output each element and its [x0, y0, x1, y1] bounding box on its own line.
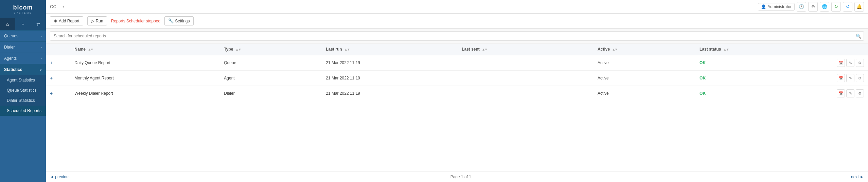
col-header-lastsent[interactable]: Last sent ▲▾ — [458, 44, 594, 55]
topbar-title: CC — [50, 4, 60, 9]
col-header-add — [46, 44, 70, 55]
chevron-down-icon: ∨ — [39, 68, 42, 72]
row-type: Agent — [220, 71, 322, 86]
sort-lastrun-icon: ▲▾ — [344, 48, 349, 51]
row-active: Active — [594, 71, 695, 86]
previous-page-link[interactable]: ◄ previous — [50, 175, 71, 179]
sidebar-item-dialer-statistics[interactable]: Dialer Statistics — [0, 95, 46, 106]
row-add-icon[interactable]: + — [50, 91, 54, 96]
row-edit-icon[interactable]: ✎ — [846, 89, 854, 97]
row-calendar-icon[interactable]: 📅 — [837, 89, 845, 97]
table-body: + Daily Queue Report Queue 21 Mar 2022 1… — [46, 55, 868, 101]
settings-button[interactable]: 🔧 Settings — [164, 16, 193, 25]
chevron-right-icon: › — [41, 34, 42, 38]
nav-dialer-group: Dialer › — [0, 41, 46, 53]
sort-lastsent-icon: ▲▾ — [482, 48, 487, 51]
sidebar-item-queue-statistics[interactable]: Queue Statistics — [0, 85, 46, 95]
col-header-type[interactable]: Type ▲▾ — [220, 44, 322, 55]
sidebar-item-statistics[interactable]: Statistics ∨ — [0, 64, 46, 75]
row-lastsent — [458, 86, 594, 101]
chevron-right-icon: › — [41, 57, 42, 60]
col-header-laststatus[interactable]: Last status ▲▾ — [695, 44, 797, 55]
nav-agents-group: Agents › — [0, 53, 46, 64]
row-name: Daily Queue Report — [70, 55, 220, 71]
scheduler-stopped-label[interactable]: Reports Scheduler stopped — [111, 19, 160, 23]
row-lastrun: 21 Mar 2022 11:19 — [322, 86, 458, 101]
row-lastrun: 21 Mar 2022 11:19 — [322, 55, 458, 71]
toolbar: ⊕ Add Report ▷ Run Reports Scheduler sto… — [46, 14, 868, 29]
nav-queues-group: Queues › — [0, 30, 46, 41]
refresh-blue-icon-btn[interactable]: ↺ — [843, 2, 852, 12]
search-wrap: 🔍 — [50, 31, 864, 41]
row-name: Weekly Dialer Report — [70, 86, 220, 101]
table-row: + Monthly Agent Report Agent 21 Mar 2022… — [46, 71, 868, 86]
sidebar-share-icon[interactable]: ⇄ — [31, 18, 46, 30]
main-content: CC ▾ 👤 Administrator 🕐 ⊕ 🌐 ↻ ↺ 🔔 ⊕ Add R… — [46, 0, 868, 182]
search-icon: 🔍 — [856, 34, 861, 39]
topbar-dropdown-arrow[interactable]: ▾ — [63, 4, 65, 9]
row-laststatus: OK — [695, 55, 797, 71]
sidebar-item-scheduled-reports[interactable]: Scheduled Reports — [0, 106, 46, 116]
row-edit-icon[interactable]: ✎ — [846, 59, 854, 67]
row-add-cell: + — [46, 71, 70, 86]
row-actions-cell: 📅 ✎ ⚙ — [797, 71, 868, 86]
add-icon: ⊕ — [54, 18, 57, 23]
row-actions-cell: 📅 ✎ ⚙ — [797, 55, 868, 71]
sidebar-item-agent-statistics[interactable]: Agent Statistics — [0, 75, 46, 85]
plus-circle-icon-btn[interactable]: ⊕ — [808, 2, 818, 12]
row-type: Dialer — [220, 86, 322, 101]
col-header-lastrun[interactable]: Last run ▲▾ — [322, 44, 458, 55]
globe-icon-btn[interactable]: 🌐 — [820, 2, 829, 12]
row-add-icon[interactable]: + — [50, 60, 54, 66]
sort-name-icon: ▲▾ — [88, 48, 93, 51]
logo-area: bicom SYSTEMS — [0, 0, 46, 18]
row-laststatus: OK — [695, 86, 797, 101]
topbar-right: 👤 Administrator 🕐 ⊕ 🌐 ↻ ↺ 🔔 — [758, 2, 864, 12]
row-add-icon[interactable]: + — [50, 75, 54, 81]
row-add-cell: + — [46, 55, 70, 71]
sidebar-home-icon[interactable]: ⌂ — [0, 18, 15, 30]
topbar: CC ▾ 👤 Administrator 🕐 ⊕ 🌐 ↻ ↺ 🔔 — [46, 0, 868, 14]
row-laststatus: OK — [695, 71, 797, 86]
col-header-active[interactable]: Active ▲▾ — [594, 44, 695, 55]
page-info: Page 1 of 1 — [450, 175, 471, 179]
nav-statistics-group: Statistics ∨ Agent Statistics Queue Stat… — [0, 64, 46, 116]
row-lastsent — [458, 55, 594, 71]
row-edit-icon[interactable]: ✎ — [846, 74, 854, 82]
table-area: Name ▲▾ Type ▲▾ Last run ▲▾ Last sent ▲▾ — [46, 44, 868, 171]
logo: bicom — [13, 4, 33, 11]
sidebar-item-queues[interactable]: Queues › — [0, 31, 46, 41]
scheduled-reports-table: Name ▲▾ Type ▲▾ Last run ▲▾ Last sent ▲▾ — [46, 44, 868, 101]
row-lastsent — [458, 71, 594, 86]
add-report-button[interactable]: ⊕ Add Report — [50, 16, 83, 25]
sidebar-item-dialer[interactable]: Dialer › — [0, 42, 46, 53]
run-button[interactable]: ▷ Run — [87, 16, 107, 25]
sidebar-plus-icon[interactable]: + — [15, 18, 31, 30]
row-type: Queue — [220, 55, 322, 71]
row-settings-icon[interactable]: ⚙ — [856, 89, 864, 97]
chevron-right-icon: › — [41, 46, 42, 49]
row-calendar-icon[interactable]: 📅 — [837, 74, 845, 82]
next-page-link[interactable]: next ► — [851, 175, 864, 179]
sort-type-icon: ▲▾ — [235, 48, 241, 51]
table-row: + Daily Queue Report Queue 21 Mar 2022 1… — [46, 55, 868, 71]
refresh-green-icon-btn[interactable]: ↻ — [831, 2, 841, 12]
sidebar-item-agents[interactable]: Agents › — [0, 53, 46, 64]
col-header-name[interactable]: Name ▲▾ — [70, 44, 220, 55]
row-settings-icon[interactable]: ⚙ — [856, 59, 864, 67]
bell-icon-btn[interactable]: 🔔 — [854, 2, 864, 12]
search-input[interactable] — [50, 31, 864, 41]
row-name: Monthly Agent Report — [70, 71, 220, 86]
user-icon: 👤 — [761, 4, 766, 9]
clock-icon-btn[interactable]: 🕐 — [797, 2, 806, 12]
logo-sub: SYSTEMS — [13, 12, 33, 14]
search-bar: 🔍 — [46, 29, 868, 44]
admin-badge[interactable]: 👤 Administrator — [758, 3, 795, 11]
sort-laststatus-icon: ▲▾ — [723, 48, 728, 51]
row-lastrun: 21 Mar 2022 11:19 — [322, 71, 458, 86]
row-calendar-icon[interactable]: 📅 — [837, 59, 845, 67]
row-settings-icon[interactable]: ⚙ — [856, 74, 864, 82]
sidebar: bicom SYSTEMS ⌂ + ⇄ Queues › Dialer › Ag… — [0, 0, 46, 182]
row-add-cell: + — [46, 86, 70, 101]
col-header-actions — [797, 44, 868, 55]
